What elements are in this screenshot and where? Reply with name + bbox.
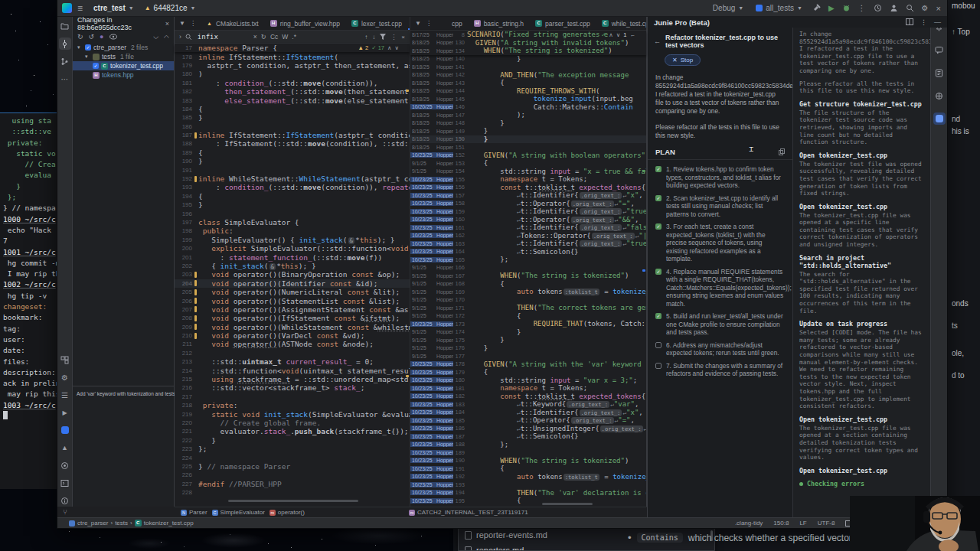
code-line[interactable]: 204 void operator()(Identifier const &id… (175, 279, 410, 288)
code-line[interactable]: 196 (175, 209, 410, 217)
vcs-annotation[interactable]: 8/18/25Hopper (410, 88, 453, 93)
code-line[interactable]: 8/18/25Hopper 151 (410, 143, 646, 152)
code-line[interactable]: 10/23/25Hopper 195 { (410, 497, 646, 505)
code-line[interactable]: 10/23/25Hopper 159 ↵t::Identifier{.orig_… (410, 207, 646, 216)
profile-icon[interactable] (890, 4, 898, 12)
prev-problem-icon[interactable]: ∧ (609, 31, 613, 38)
stop-button[interactable]: ✕Stop (665, 54, 701, 66)
vcs-annotation[interactable]: 10/23/25Hopper (410, 177, 453, 182)
code-line[interactable]: 191 (175, 165, 410, 174)
vcs-annotation[interactable]: 10/23/25Hopper (410, 184, 453, 190)
editor-tab[interactable]: C lexer_test.cpp × (346, 17, 408, 30)
vcs-annotation[interactable]: 9/1/25Hopper (410, 305, 453, 311)
code-line[interactable]: 10/23/25Hopper 185 ↵t::Operator{.orig_te… (410, 416, 646, 425)
log-entry[interactable]: Checking errors (799, 480, 924, 487)
run-config-selector[interactable]: all_tests▼ (753, 4, 805, 12)
vcs-annotation[interactable]: 10/23/25Hopper (410, 393, 453, 399)
breadcrumb-test[interactable]: mCATCH2_INTERNAL_TEST_23T119171 (409, 509, 528, 516)
vcs-annotation[interactable]: 10/23/25Hopper (410, 257, 453, 262)
code-line[interactable]: 211 void operator()(ASTNode const &node)… (175, 340, 410, 348)
code-line[interactable]: 8/18/25Hopper 150 } (410, 135, 646, 144)
code-line[interactable]: 192inline WhileStatement::WhileStatement… (175, 174, 410, 183)
vcs-annotation[interactable]: 9/1/25Hopper (410, 329, 453, 334)
code-line[interactable]: 214 ::std::function<void(uintmax_t state… (175, 366, 410, 374)
code-line[interactable]: 10/23/25Hopper 164 ↵t::Semicolon{} (410, 248, 646, 256)
ai-chat-icon[interactable] (933, 44, 946, 56)
status-clang-tidy[interactable]: .clang-tidy (730, 520, 768, 527)
log-entry[interactable]: Update on task progress Selected [CODE] … (799, 320, 924, 410)
log-entry[interactable]: Open tokenizer_test.cpp (799, 467, 924, 474)
code-line[interactable]: 10/20/25Hopper 146 Catch::Matchers::Cont… (410, 103, 646, 112)
log-entry[interactable]: Please refactor all the tests in this fi… (799, 80, 924, 95)
code-line[interactable]: 223}; (175, 445, 410, 453)
code-line[interactable]: 189{ (175, 148, 410, 157)
code-line[interactable]: 9/1/25Hopper 172 { (410, 312, 646, 321)
refresh-icon[interactable]: ↻ (77, 33, 83, 41)
code-line[interactable]: 9/1/25Hopper 169 auto tokens:toklist_t =… (410, 288, 646, 296)
inspections-widget[interactable]: ✓ ∧∨ 1 ← (601, 31, 635, 38)
back-icon[interactable]: ← (630, 31, 636, 38)
editor-tab[interactable]: ▲ CMakeLists.txt × (201, 17, 265, 30)
code-line[interactable]: 8/18/25Hopper 147 ); (410, 111, 646, 119)
vcs-annotation[interactable]: 9/1/25Hopper (410, 265, 453, 270)
todo-tool-icon[interactable]: ☰ (59, 389, 71, 401)
prev-match-icon[interactable]: ↑ (364, 34, 368, 41)
code-line[interactable]: 10/23/25Hopper 192 auto tokens:toklist_t… (410, 473, 646, 481)
code-line[interactable]: 9/1/25Hopper 153 { (410, 159, 646, 168)
editor-tab[interactable]: H parser.hpp × (408, 17, 410, 30)
code-line[interactable]: 219 static void init_stack(SimpleEvaluat… (175, 409, 410, 418)
vcs-annotation[interactable]: 9/1/25Hopper (410, 297, 453, 302)
vcs-annotation[interactable]: 10/23/25Hopper (410, 241, 453, 246)
more-actions-button[interactable]: ⋮ (858, 4, 866, 12)
horizontal-scrollbar[interactable] (542, 503, 593, 505)
plan-item[interactable]: ✓ 5. Build and run lexer_test/all_tests … (648, 310, 792, 339)
code-line[interactable]: 194{ (175, 192, 410, 201)
plan-item[interactable]: ✓ 7. Submit the changes with a summary o… (648, 360, 792, 380)
vcs-annotation[interactable]: 10/23/25Hopper (410, 474, 453, 479)
regex-toggle[interactable]: .* (292, 33, 296, 41)
build-tool-icon[interactable]: ⚙ (59, 371, 71, 383)
vcs-annotation[interactable]: 10/23/25Hopper (410, 442, 453, 447)
code-line[interactable]: 206 void operator()(StatementList const … (175, 296, 410, 305)
vcs-annotation[interactable]: 8/18/25Hopper (410, 112, 453, 118)
vcs-annotation[interactable]: 10/23/25Hopper (410, 217, 453, 222)
vcs-annotation[interactable]: 8/18/25Hopper (410, 136, 453, 142)
code-line[interactable]: 218 private: (175, 401, 410, 409)
vcs-annotation[interactable]: 9/1/25Hopper (410, 273, 453, 279)
code-line[interactable]: 201 : statement_function_(::std::move(f)… (175, 253, 410, 261)
vcs-annotation[interactable]: 10/23/25Hopper (410, 209, 453, 214)
vcs-annotation[interactable]: 10/23/25Hopper (410, 498, 453, 504)
filter-icon[interactable] (380, 34, 386, 40)
code-line[interactable]: 184{ (175, 105, 410, 113)
code-line[interactable]: 213 ::std::uintmax_t current_result_ = 0… (175, 357, 410, 366)
inspections-widget[interactable]: ▲ 2 ✓ 17 ∧∨ (358, 44, 399, 51)
code-line[interactable]: 198 public: (175, 227, 410, 235)
vcs-annotation[interactable]: 10/23/25Hopper (410, 370, 453, 375)
code-line[interactable]: 10/23/25Hopper 180 std::string input = "… (410, 377, 646, 385)
code-line[interactable]: 208 void operator()(IfStatement const &i… (175, 314, 410, 322)
horizontal-scrollbar[interactable] (228, 500, 358, 502)
code-line[interactable]: 188 : IfStatement(::std::move(condition)… (175, 139, 410, 148)
breadcrumb-namespace[interactable]: NParser (181, 509, 207, 516)
code-line[interactable]: 220 // Create global frame. (175, 419, 410, 427)
vcs-annotation[interactable]: 8/18/25Hopper (410, 129, 453, 134)
vcs-annotation[interactable]: 10/23/25Hopper (410, 490, 453, 495)
code-line[interactable]: 8/18/25Hopper 144 REQUIRE_THROWS_WITH( (410, 87, 646, 96)
vcs-annotation[interactable]: 8/18/25Hopper (410, 64, 453, 70)
code-line[interactable]: 9/1/25Hopper 175 } (410, 336, 646, 344)
hide-panel-icon[interactable]: — (934, 18, 941, 26)
panel-options-icon[interactable]: ⋮ (920, 18, 927, 26)
status-encoding[interactable]: UTF-8 (812, 520, 841, 527)
editor-tab[interactable]: H ring_buffer_view.hpp × (265, 17, 346, 30)
code-line[interactable]: 10/23/25Hopper 158 ↵t::Operator{.orig_te… (410, 200, 646, 208)
vcs-annotation[interactable]: 10/23/25Hopper (410, 425, 453, 431)
code-line[interactable]: 187inline IfStatement::IfStatement(astpt… (175, 131, 410, 139)
code-line[interactable]: 9/1/25Hopper 170 (410, 296, 646, 305)
hidden-tabs-chevron[interactable]: ▼ (179, 20, 185, 27)
settings-button[interactable]: ⚙ (922, 4, 929, 12)
services-tool-icon[interactable] (59, 354, 71, 366)
problems-tool-icon[interactable]: ▲ (59, 442, 71, 454)
code-line[interactable]: 205 void operator()(NumericLiteral const… (175, 288, 410, 296)
log-entry[interactable]: Open tokenizer_test.cpp The tokenizer te… (799, 152, 924, 197)
junie-panel-icon[interactable] (933, 112, 946, 125)
